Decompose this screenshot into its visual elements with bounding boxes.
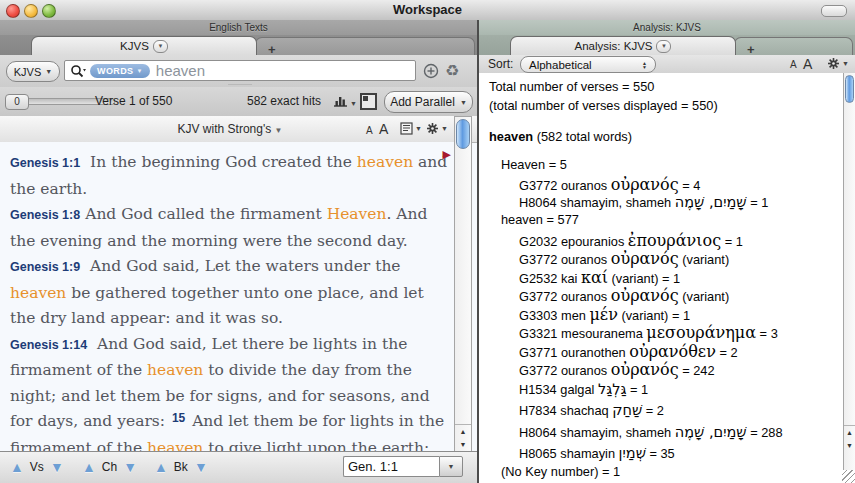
left-group-label: English Texts	[0, 20, 477, 35]
reference-input[interactable]: Gen. 1:1	[343, 456, 439, 477]
right-scroll-thumb[interactable]	[845, 75, 854, 103]
window-title: Workspace	[0, 2, 855, 17]
title-bar[interactable]: Workspace	[0, 0, 855, 21]
tab-kjvs[interactable]: KJVS ▼	[31, 36, 257, 55]
sort-bar: Sort: Alphabetical ▲▼ A A ▼	[479, 55, 855, 74]
analysis-list[interactable]: Total number of verses = 550 (total numb…	[479, 73, 844, 483]
analysis-line: heaven (582 total words)	[489, 129, 844, 148]
gear-icon[interactable]: ▼	[426, 122, 448, 135]
go-to-reference-combo[interactable]: Gen. 1:1 ▼	[343, 456, 463, 477]
search-query-text: heaven	[156, 62, 205, 79]
reference-dropdown-button[interactable]: ▼	[439, 456, 463, 477]
verse: Genesis 1:9 And God said, Let the waters…	[10, 254, 449, 332]
analysis-line: H8064 shamayim, shameh שָׁמַיִם, שָׁמֶה …	[489, 424, 844, 443]
workspace-window: Workspace English Texts + KJVS ▼ KJVS ▼	[0, 0, 855, 483]
analysis-line: (No Key number) = 1	[489, 464, 844, 483]
verse: Genesis 1:14 And God said, Let there be …	[10, 332, 449, 453]
details-workspace-icon[interactable]	[360, 93, 377, 110]
toolbar-toggle-button[interactable]	[821, 5, 847, 17]
search-input[interactable]: WORDS ▼ heaven	[64, 60, 416, 81]
decrease-font-button[interactable]: A	[790, 59, 797, 70]
right-new-tab[interactable]: +	[734, 37, 853, 55]
verse-ref[interactable]: Genesis 1:1	[10, 156, 80, 170]
analysis-line: H8065 shamayin שְׁמַיִן = 35	[489, 445, 844, 464]
analysis-line: G3771 ouranothen οὐρανόθεν = 2	[489, 342, 844, 361]
verse-ref[interactable]: Genesis 1:9	[10, 260, 80, 274]
current-verse-marker-icon: ▶	[443, 148, 451, 161]
right-scrollbar[interactable]: ▲▼	[843, 73, 855, 483]
version-select-button[interactable]: KJVS ▼	[6, 61, 60, 82]
increase-font-button[interactable]: A	[803, 56, 812, 72]
analysis-line: heaven = 577	[489, 212, 844, 231]
sort-select[interactable]: Alphabetical ▲▼	[520, 56, 656, 73]
add-parallel-label: Add Parallel	[390, 95, 455, 109]
scope-token-label: WORDS	[97, 66, 134, 76]
info-row: 0 Verse 1 of 550 582 exact hits ▼ Add Pa…	[0, 87, 477, 117]
chevron-down-icon: ▼	[137, 68, 143, 74]
analysis-line: G3303 men μέν (variant) = 1	[489, 305, 844, 324]
gear-icon[interactable]: ▼	[827, 57, 849, 70]
display-settings-icon[interactable]: ▼	[400, 122, 422, 135]
book-up-button[interactable]: ▲	[154, 459, 168, 475]
analysis-line: H8064 shamayim, shameh שָׁמַיִם, שָׁמֶה …	[489, 194, 844, 213]
verse-ref[interactable]: Genesis 1:8	[10, 208, 80, 222]
resize-grip-icon[interactable]	[842, 470, 855, 483]
popup-arrows-icon: ▲▼	[642, 61, 647, 69]
tab-dropdown-icon[interactable]: ▼	[153, 40, 168, 53]
search-scope-token[interactable]: WORDS ▼	[90, 64, 150, 78]
scroll-down-icon: ▼	[460, 438, 467, 451]
verse-count-label: Verse 1 of 550	[95, 94, 172, 108]
analysis-line: G3321 mesouranema μεσουράνημα = 3	[489, 323, 844, 342]
chevron-down-icon: ▼	[350, 100, 357, 107]
analysis-line: G3772 ouranos οὐρανός = 4	[489, 175, 844, 194]
chapter-up-button[interactable]: ▲	[82, 459, 96, 475]
version-label: KJVS	[14, 66, 42, 78]
vs-label: Vs	[30, 460, 44, 474]
ch-label: Ch	[102, 460, 117, 474]
hits-label: 582 exact hits	[247, 94, 321, 108]
sort-value: Alphabetical	[529, 59, 592, 71]
analysis-line: (total number of verses displayed = 550)	[489, 98, 844, 117]
chapter-down-button[interactable]: ▼	[123, 459, 137, 475]
analysis-line: Total number of verses = 550	[489, 79, 844, 98]
verse-up-button[interactable]: ▲	[10, 459, 24, 475]
chevron-down-icon: ▼	[460, 99, 467, 106]
verse-nav-bar: ▲ Vs ▼ ▲ Ch ▼ ▲ Bk ▼ Gen. 1:1 ▼	[0, 451, 477, 483]
analysis-line: G2032 epouranios ἐπουράνιος = 1	[489, 231, 844, 250]
left-scroll-thumb[interactable]	[456, 119, 470, 149]
left-scroll-arrows[interactable]: ▲▼	[455, 424, 471, 451]
tab-analysis-kjvs[interactable]: Analysis: KJVS ▼	[510, 36, 736, 55]
recycle-search-icon[interactable]: ♻	[445, 61, 459, 80]
verse: Genesis 1:1 In the beginning God created…	[10, 150, 449, 202]
verse: Genesis 1:8And God called the firmament …	[10, 202, 449, 254]
analysis-line: H1534 galgal גַּלְגַּל = 1	[489, 381, 844, 400]
slider-knob[interactable]: 0	[5, 94, 29, 110]
text-version-menu[interactable]: KJV with Strong's ▼	[0, 122, 460, 136]
analysis-line: G3772 ouranos οὐρανός (variant)	[489, 286, 844, 305]
scroll-up-icon: ▲	[846, 426, 853, 439]
left-scrollbar[interactable]: ▲▼	[454, 116, 472, 452]
right-scroll-arrows[interactable]: ▲▼	[844, 425, 855, 452]
increase-font-button[interactable]: A	[379, 121, 388, 137]
verse-ref[interactable]: Genesis 1:14	[10, 338, 87, 352]
book-down-button[interactable]: ▼	[194, 459, 208, 475]
left-tab-bar: + KJVS ▼	[0, 35, 477, 55]
add-parallel-button[interactable]: Add Parallel ▼	[384, 91, 473, 113]
tab-analysis-label: Analysis: KJVS	[575, 40, 653, 52]
search-icon[interactable]	[70, 64, 86, 78]
verse-list[interactable]: Genesis 1:1 In the beginning God created…	[0, 142, 455, 452]
bk-label: Bk	[174, 460, 188, 474]
decrease-font-button[interactable]: A	[366, 125, 373, 136]
search-row: KJVS ▼ WORDS ▼ heaven	[0, 55, 477, 88]
analysis-line: G3772 ouranos οὐρανός (variant)	[489, 249, 844, 268]
verse-down-button[interactable]: ▼	[50, 459, 64, 475]
sort-label: Sort:	[488, 57, 513, 71]
scroll-down-icon: ▼	[846, 439, 853, 452]
add-search-item-icon[interactable]	[423, 63, 439, 79]
hits-graph-icon[interactable]: ▼	[333, 93, 357, 107]
scroll-up-icon: ▲	[460, 425, 467, 438]
left-new-tab[interactable]: +	[255, 37, 475, 55]
text-pane-header: KJV with Strong's ▼ A A ▼	[0, 116, 477, 143]
right-group-label: Analysis: KJVS	[479, 20, 855, 35]
tab-dropdown-icon[interactable]: ▼	[656, 40, 671, 53]
